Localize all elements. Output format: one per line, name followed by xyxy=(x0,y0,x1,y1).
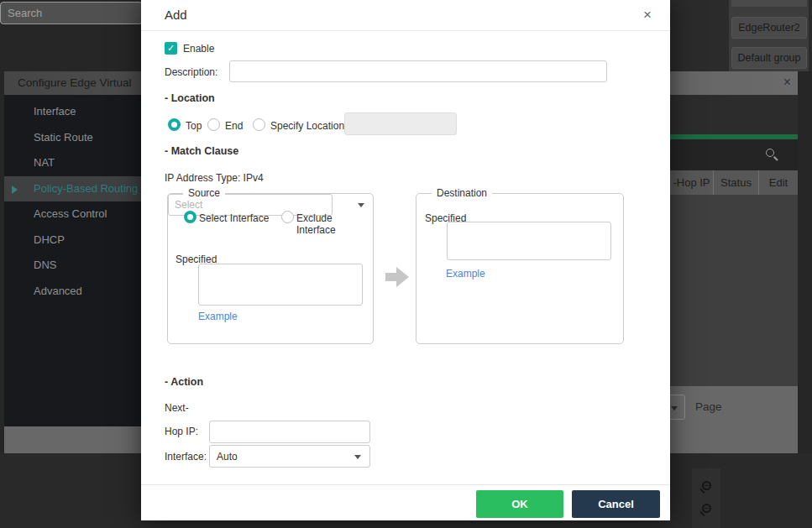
destination-fieldset: Destination Specified Example xyxy=(416,193,624,344)
column-header-edit[interactable]: Edit xyxy=(758,170,798,195)
location-end-label: End xyxy=(225,120,243,132)
source-select-value: Select xyxy=(175,199,202,211)
arrow-right-icon-head xyxy=(396,267,409,287)
select-interface-label: Select Interface xyxy=(199,212,269,224)
select-interface-radio[interactable] xyxy=(184,211,196,223)
enable-checkbox[interactable]: ✓ xyxy=(165,42,177,55)
location-input[interactable] xyxy=(344,112,457,135)
page-label: Page xyxy=(695,395,722,420)
add-dialog: Add × ✓ Enable Description: - Location T… xyxy=(141,0,670,520)
dialog-title: Add xyxy=(165,8,187,22)
device-button-group[interactable]: Default group xyxy=(731,47,807,69)
destination-legend: Destination xyxy=(432,187,492,199)
magnifier-plus-icon xyxy=(702,481,711,490)
location-top-radio[interactable] xyxy=(168,118,181,131)
dialog-header: Add × xyxy=(141,0,670,31)
hop-ip-input[interactable] xyxy=(209,421,370,443)
footer-divider xyxy=(141,484,670,485)
search-icon xyxy=(766,149,774,157)
screen: EdgeRouter2 Default group Configure Edge… xyxy=(0,0,812,528)
arrow-right-icon xyxy=(385,273,396,281)
location-specify-label: Specify Location xyxy=(270,120,344,132)
location-top-label: Top xyxy=(186,120,202,132)
interface-select[interactable]: Auto xyxy=(209,445,370,468)
destination-specified-textarea[interactable] xyxy=(447,222,611,260)
location-end-radio[interactable] xyxy=(207,118,220,131)
source-fieldset: Source Select Interface Exclude Interfac… xyxy=(167,193,374,344)
caret-down-icon xyxy=(354,455,361,459)
exclude-interface-label: Exclude Interface xyxy=(296,212,373,236)
interface-select-value: Auto xyxy=(217,451,238,463)
zoom-in-button[interactable] xyxy=(692,474,720,497)
caret-down-icon xyxy=(358,203,364,207)
panel-close-icon[interactable]: × xyxy=(783,71,791,95)
source-legend: Source xyxy=(183,187,225,199)
exclude-interface-radio[interactable] xyxy=(281,211,294,223)
destination-example-link[interactable]: Example xyxy=(446,268,485,280)
source-example-link[interactable]: Example xyxy=(198,311,238,322)
source-specified-textarea[interactable] xyxy=(198,264,363,306)
close-icon[interactable]: × xyxy=(643,7,652,24)
triangle-right-icon xyxy=(12,186,18,194)
description-label: Description: xyxy=(165,66,217,78)
column-header-status[interactable]: Status xyxy=(713,170,758,195)
ip-address-type-label: IP Address Type: IPv4 xyxy=(165,172,264,184)
section-action-heading: - Action xyxy=(165,376,203,388)
section-location-heading: - Location xyxy=(165,92,215,104)
cancel-button[interactable]: Cancel xyxy=(572,490,660,518)
description-input[interactable] xyxy=(229,60,607,82)
ok-button[interactable]: OK xyxy=(476,490,563,518)
column-header-next-hop-ip[interactable]: -Hop IP xyxy=(670,170,713,195)
panel-title: Configure Edge Virtual xyxy=(18,71,132,95)
device-button-partial[interactable] xyxy=(731,0,807,7)
search-input[interactable] xyxy=(0,2,143,24)
magnifier-minus-icon xyxy=(702,504,711,513)
location-specify-radio[interactable] xyxy=(253,118,265,131)
zoom-out-button[interactable] xyxy=(692,497,720,520)
section-match-heading: - Match Clause xyxy=(165,145,238,157)
enable-label: Enable xyxy=(183,43,214,55)
interface-label: Interface: xyxy=(165,451,207,463)
caret-down-icon xyxy=(671,406,678,410)
hop-ip-label: Hop IP: xyxy=(165,426,198,437)
next-label: Next- xyxy=(165,402,189,414)
device-button-router[interactable]: EdgeRouter2 xyxy=(731,17,807,39)
